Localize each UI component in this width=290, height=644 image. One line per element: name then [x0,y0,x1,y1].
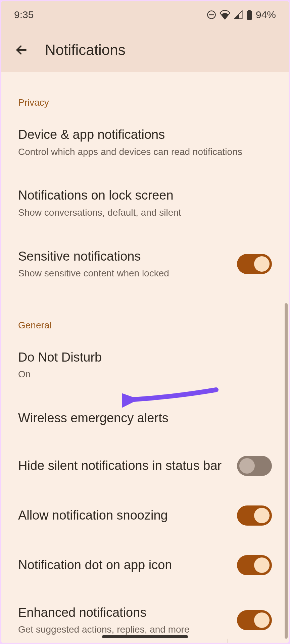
arrow-back-icon [15,43,28,57]
item-sensitive-notifications[interactable]: Sensitive notifications Show sensitive c… [18,234,272,294]
wifi-icon [220,10,230,19]
item-notifications-lock-screen[interactable]: Notifications on lock screen Show conver… [18,173,272,233]
page-title: Notifications [45,42,126,58]
item-title: Sensitive notifications [18,249,229,265]
divider [228,639,228,644]
item-notification-dot[interactable]: Notification dot on app icon [18,540,272,590]
item-device-app-notifications[interactable]: Device & app notifications Control which… [18,112,272,173]
item-title: Allow notification snoozing [18,507,229,524]
item-allow-notification-snoozing[interactable]: Allow notification snoozing [18,491,272,540]
content: Privacy Device & app notifications Contr… [1,72,289,644]
signal-icon [234,10,243,19]
item-wireless-emergency-alerts[interactable]: Wireless emergency alerts [18,395,272,441]
item-subtitle: On [18,368,272,381]
item-do-not-disturb[interactable]: Do Not Disturb On [18,335,272,395]
battery-icon [246,10,252,20]
toggle-hide-silent-notifications[interactable] [237,456,272,476]
toggle-notification-dot[interactable] [237,555,272,575]
app-bar: Notifications [1,28,289,72]
item-title: Enhanced notifications [18,605,229,621]
item-subtitle: Control which apps and devices can read … [18,146,272,158]
item-subtitle: Show conversations, default, and silent [18,206,272,219]
item-title: Do Not Disturb [18,350,272,366]
back-button[interactable] [14,43,29,57]
item-subtitle: Get suggested actions, replies, and more [18,623,229,636]
scrollbar[interactable] [285,303,288,639]
svg-rect-2 [247,11,252,20]
item-title: Notifications on lock screen [18,187,272,204]
svg-rect-3 [248,10,251,11]
section-header-general: General [18,294,272,335]
dnd-status-icon [207,10,216,19]
status-bar: 9:35 94% [1,1,289,28]
status-time: 9:35 [14,9,34,20]
item-title: Device & app notifications [18,127,272,143]
device-frame: 9:35 94% Notifications Privacy Device & … [0,0,290,644]
toggle-sensitive-notifications[interactable] [237,254,272,274]
toggle-allow-snoozing[interactable] [237,505,272,526]
toggle-enhanced-notifications[interactable] [237,610,272,630]
home-indicator[interactable] [102,635,188,638]
item-hide-silent-notifications[interactable]: Hide silent notifications in status bar [18,441,272,491]
item-title: Wireless emergency alerts [18,410,272,426]
status-icons: 94% [207,9,276,20]
section-header-privacy: Privacy [18,72,272,112]
item-title: Hide silent notifications in status bar [18,458,229,474]
battery-percent: 94% [256,9,276,20]
item-title: Notification dot on app icon [18,557,229,573]
item-subtitle: Show sensitive content when locked [18,267,229,280]
